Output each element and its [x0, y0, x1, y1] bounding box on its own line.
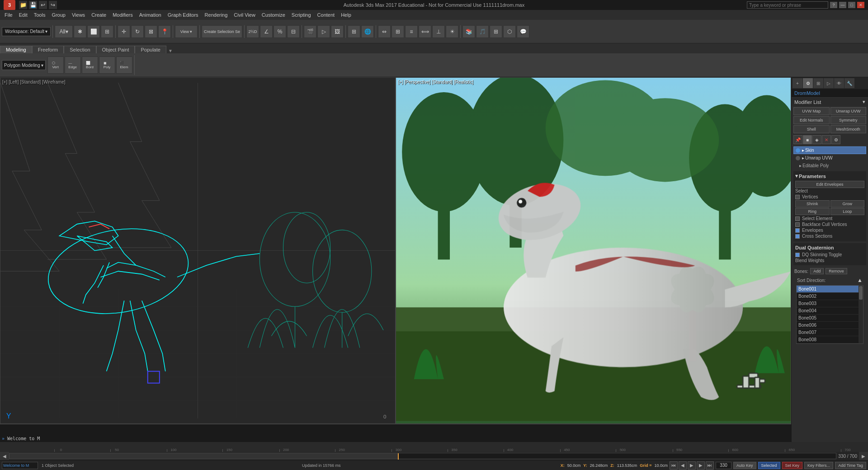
hierarchy-panel-btn[interactable]: ⊞ [813, 78, 823, 88]
select-element-check[interactable] [795, 216, 800, 221]
add-time-tag-btn[interactable]: Add Time Tag [835, 462, 866, 469]
minimize-btn[interactable]: — [839, 2, 846, 8]
progress-track[interactable] [9, 453, 836, 459]
rendered-frame-btn[interactable]: 🖼 [331, 25, 344, 38]
edit-normals-btn[interactable]: Edit Normals [793, 116, 830, 124]
menu-content[interactable]: Content [315, 11, 338, 19]
tab-modeling[interactable]: Modeling [0, 46, 32, 53]
unwrap-uvw-stack-item[interactable]: ▸ Unwrap UVW [793, 154, 866, 162]
menu-rendering[interactable]: Rendering [202, 11, 231, 19]
ribbon-element-btn[interactable]: ⬛Elem [116, 56, 132, 74]
title-icon-2[interactable]: 💾 [29, 1, 37, 9]
bone-002-item[interactable]: Bone002 [797, 293, 863, 300]
bone-001-item[interactable]: Bone001 [797, 286, 863, 293]
array-btn[interactable]: ⊞ [392, 25, 404, 38]
rotate-btn[interactable]: ↻ [131, 25, 144, 38]
polygon-modeling-dropdown[interactable]: Polygon Modeling ▾ [2, 60, 46, 70]
render-btn[interactable]: ▷ [317, 25, 330, 38]
selected-btn[interactable]: Selected [758, 462, 780, 469]
uvw-map-btn[interactable]: UVW Map [793, 107, 830, 115]
close-btn[interactable]: ✕ [857, 2, 864, 8]
search-input[interactable] [747, 1, 828, 9]
render-setup-btn[interactable]: 🎬 [304, 25, 316, 38]
editable-poly-stack-item[interactable]: ▸ Editable Poly [793, 162, 866, 169]
play-btn[interactable]: ▶ [688, 461, 696, 470]
ribbon-border-btn[interactable]: ⬜Bord [82, 56, 98, 74]
place-highlight-btn[interactable]: ☀ [446, 25, 458, 38]
menu-create[interactable]: Create [89, 11, 109, 19]
question-btn[interactable]: ? [830, 2, 837, 8]
modify-panel-btn[interactable]: ⚙ [803, 78, 813, 88]
parameters-title[interactable]: ▾ Parameters [795, 173, 864, 179]
title-icon-1[interactable]: 📁 [19, 1, 27, 9]
menu-help[interactable]: Help [338, 11, 354, 19]
create-selection-btn[interactable]: Create Selection Se [202, 25, 242, 38]
reference-coord-btn[interactable]: View ▾ [175, 25, 198, 38]
bones-scrollbar[interactable] [859, 286, 863, 343]
menu-scripting[interactable]: Scripting [289, 11, 314, 19]
set-key-btn[interactable]: Set Key [782, 462, 803, 469]
menu-customize[interactable]: Customize [259, 11, 288, 19]
display-panel-btn[interactable]: 👁 [834, 78, 844, 88]
ribbon-vertex-btn[interactable]: ⬡Vert [47, 56, 64, 74]
title-icon-undo[interactable]: ↩ [39, 1, 47, 9]
mesh-smooth-btn[interactable]: MeshSmooth [830, 125, 867, 133]
grow-btn[interactable]: Grow [830, 200, 865, 207]
angle-snap-btn[interactable]: ∠ [260, 25, 273, 38]
bone-008-item[interactable]: Bone008 [797, 336, 863, 343]
menu-file[interactable]: File [2, 11, 15, 19]
select-region-btn[interactable]: ⬜ [87, 25, 100, 38]
mirror-btn[interactable]: ⇔ [378, 25, 391, 38]
create-panel-btn[interactable]: + [793, 78, 802, 88]
pin-btn[interactable]: 📌 [793, 135, 802, 144]
menu-tools[interactable]: Tools [31, 11, 48, 19]
next-frame-btn[interactable]: ▶ [697, 461, 705, 470]
snap-2d-btn[interactable]: 2½D [246, 25, 259, 38]
bones-remove-btn[interactable]: Remove [826, 268, 847, 274]
timeline-next-btn[interactable]: ▶ [859, 452, 868, 460]
backface-cull-check[interactable] [795, 222, 800, 227]
utilities-panel-btn[interactable]: 🔧 [844, 78, 854, 88]
make-unique-btn[interactable]: ◈ [812, 135, 821, 144]
envelopes-check[interactable] [795, 228, 800, 233]
prev-frame-btn[interactable]: ◀ [679, 461, 687, 470]
sort-up-btn[interactable]: ▲ [857, 277, 863, 283]
bone-005-item[interactable]: Bone005 [797, 315, 863, 322]
select-filter-dropdown[interactable]: All ▾ [55, 25, 73, 38]
ribbon-collapse-btn[interactable]: ▼ [168, 48, 173, 53]
tab-freeform[interactable]: Freeform [32, 46, 64, 53]
vertices-check[interactable] [795, 195, 800, 199]
remove-modifier-btn[interactable]: ✕ [822, 135, 831, 144]
cross-sections-check[interactable] [795, 234, 800, 239]
skin-modifier-item[interactable]: ▸ Skin [793, 146, 866, 154]
menu-modifiers[interactable]: Modifiers [110, 11, 136, 19]
frame-input[interactable] [716, 462, 731, 469]
track-view-btn[interactable]: 🎵 [476, 25, 489, 38]
shrink-btn[interactable]: Shrink [795, 200, 830, 207]
scene-explorer-btn[interactable]: 🌐 [361, 25, 374, 38]
menu-civil-view[interactable]: Civil View [231, 11, 258, 19]
bone-007-item[interactable]: Bone007 [797, 329, 863, 336]
maximize-btn[interactable]: □ [848, 2, 855, 8]
ribbon-edge-btn[interactable]: —Edge [65, 56, 81, 74]
align-btn[interactable]: ≡ [405, 25, 418, 38]
motion-panel-btn[interactable]: ▷ [824, 78, 834, 88]
ring-btn[interactable]: Ring [795, 208, 830, 215]
show-end-result-btn[interactable]: ■ [803, 135, 812, 144]
bone-004-item[interactable]: Bone004 [797, 307, 863, 315]
timeline-prev-btn[interactable]: ◀ [0, 452, 9, 460]
ribbon-poly-btn[interactable]: ◼Poly [99, 56, 115, 74]
title-icon-redo[interactable]: ↪ [49, 1, 57, 9]
render-msg-btn[interactable]: 💬 [517, 25, 529, 38]
menu-edit[interactable]: Edit [16, 11, 30, 19]
select-btn[interactable]: ✱ [74, 25, 86, 38]
menu-animation[interactable]: Animation [137, 11, 164, 19]
spinner-snap-btn[interactable]: ⊟ [287, 25, 300, 38]
menu-group[interactable]: Group [49, 11, 68, 19]
scale-btn[interactable]: ⊠ [145, 25, 157, 38]
tab-object-paint[interactable]: Object Paint [96, 46, 135, 53]
window-crossing-btn[interactable]: ⊞ [101, 25, 113, 38]
percent-snap-btn[interactable]: % [274, 25, 286, 38]
move-btn[interactable]: ✛ [118, 25, 130, 38]
edit-envelopes-btn[interactable]: Edit Envelopes [795, 181, 864, 188]
